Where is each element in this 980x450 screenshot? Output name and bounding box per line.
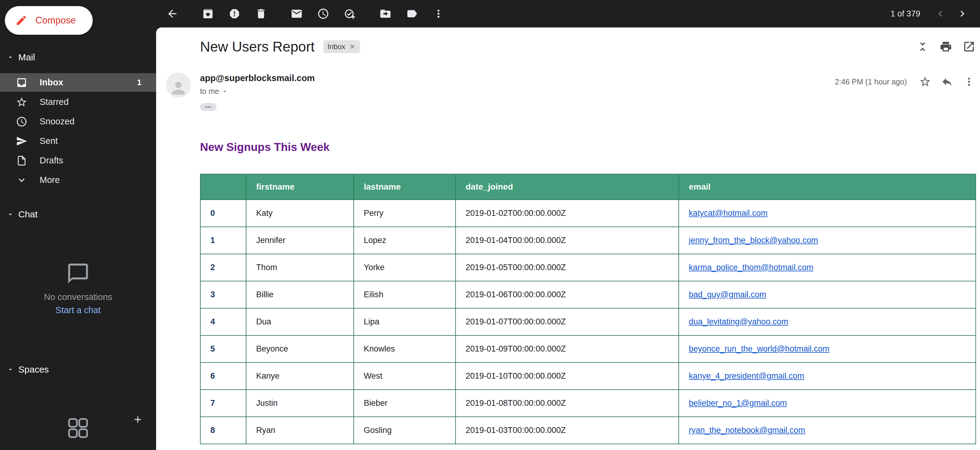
mail-section-label: Mail (18, 52, 35, 62)
label-chip[interactable]: Inbox (323, 40, 360, 53)
chevron-left-icon (934, 8, 947, 20)
sidebar-item-sent[interactable]: Sent (0, 132, 156, 150)
header-email: email (679, 174, 976, 200)
back-button[interactable] (164, 5, 181, 22)
caret-down-icon (7, 366, 14, 373)
label-chip-text: Inbox (328, 42, 345, 51)
cell-date-joined: 2019-01-03T00:00:00.000Z (455, 417, 679, 444)
add-to-tasks-button[interactable] (341, 5, 358, 22)
row-index: 1 (200, 227, 246, 254)
email-link[interactable]: belieber_no_1@gmail.com (689, 399, 787, 408)
snooze-button[interactable] (315, 5, 332, 22)
header-date-joined: date_joined (455, 174, 679, 200)
header-lastname: lastname (354, 174, 455, 200)
email-link[interactable]: bad_guy@gmail.com (689, 290, 766, 299)
sidebar-item-label: Sent (40, 136, 58, 146)
cell-lastname: Yorke (354, 254, 455, 281)
send-icon (16, 135, 27, 147)
email-link[interactable]: ryan_the_notebook@gmail.com (689, 426, 805, 435)
table-row: 0 Katy Perry 2019-01-02T00:00:00.000Z ka… (200, 200, 976, 227)
caret-down-icon (7, 54, 14, 61)
compose-label: Compose (35, 15, 76, 26)
cell-email: kanye_4_president@gmail.com (679, 363, 976, 390)
cell-date-joined: 2019-01-08T00:00:00.000Z (455, 390, 679, 417)
labels-button[interactable] (403, 5, 420, 22)
email-link[interactable]: beyonce_run_the_world@hotmail.com (689, 344, 829, 353)
more-horiz-icon (204, 103, 213, 111)
star-button[interactable] (918, 75, 932, 89)
star-icon (16, 96, 27, 108)
reply-button[interactable] (940, 75, 955, 89)
gmail-app: 1 of 379 Compose Mail Inbox 1 (0, 0, 980, 450)
archive-button[interactable] (199, 5, 216, 22)
draft-icon (16, 155, 27, 167)
trash-icon (255, 8, 267, 20)
cell-date-joined: 2019-01-05T00:00:00.000Z (455, 254, 679, 281)
mark-unread-button[interactable] (288, 5, 305, 22)
pencil-icon (15, 14, 27, 27)
collapse-all-button[interactable] (915, 39, 930, 54)
mail-section-header[interactable]: Mail (0, 48, 156, 67)
folder-move-icon (379, 8, 391, 20)
avatar (166, 73, 191, 97)
email-body-heading: New Signups This Week (200, 141, 329, 154)
sidebar-item-snoozed[interactable]: Snoozed (0, 112, 156, 131)
table-row: 7 Justin Bieber 2019-01-08T00:00:00.000Z… (200, 390, 976, 417)
sidebar-item-drafts[interactable]: Drafts (0, 151, 156, 170)
compose-button[interactable]: Compose (5, 6, 93, 35)
cell-date-joined: 2019-01-09T00:00:00.000Z (455, 336, 679, 363)
person-icon (169, 79, 188, 97)
move-to-button[interactable] (377, 5, 394, 22)
open-in-new-button[interactable] (962, 39, 976, 54)
email-link[interactable]: katycat@hotmail.com (689, 208, 768, 218)
row-index: 5 (200, 336, 246, 363)
sidebar-item-label: Inbox (40, 78, 63, 87)
sender-address: app@superblocksmail.com (200, 73, 315, 83)
sidebar-item-label: More (40, 175, 60, 185)
email-view: New Users Report Inbox (156, 27, 980, 450)
email-link[interactable]: kanye_4_president@gmail.com (689, 371, 804, 380)
sidebar-item-more[interactable]: More (0, 171, 156, 189)
email-meta-actions: 2:46 PM (1 hour ago) (835, 75, 976, 89)
chat-section-header[interactable]: Chat (0, 205, 156, 223)
newer-button[interactable] (932, 5, 949, 22)
table-row: 1 Jennifer Lopez 2019-01-04T00:00:00.000… (200, 227, 976, 254)
cell-email: katycat@hotmail.com (679, 200, 976, 227)
back-arrow-icon (166, 8, 178, 20)
chevron-down-icon (16, 174, 27, 186)
cell-email: karma_police_thom@hotmail.com (679, 254, 976, 281)
star-outline-icon (919, 76, 931, 88)
table-row: 6 Kanye West 2019-01-10T00:00:00.000Z ka… (200, 363, 976, 390)
close-icon[interactable] (349, 43, 356, 50)
sidebar-item-inbox[interactable]: Inbox 1 (0, 73, 156, 92)
more-vert-icon (433, 8, 445, 20)
email-link[interactable]: dua_levitating@yahoo.com (689, 317, 788, 326)
spaces-section-header[interactable]: Spaces (0, 360, 156, 378)
inbox-icon (16, 77, 27, 88)
report-spam-button[interactable] (226, 5, 243, 22)
cell-lastname: West (354, 363, 455, 390)
clock-icon (317, 8, 329, 20)
message-more-button[interactable] (962, 75, 976, 89)
show-trimmed-content-button[interactable] (200, 103, 216, 111)
recipient-dropdown[interactable]: to me (200, 87, 315, 96)
cell-email: bad_guy@gmail.com (679, 281, 976, 308)
sidebar-item-starred[interactable]: Starred (0, 93, 156, 111)
email-link[interactable]: karma_police_thom@hotmail.com (689, 263, 813, 272)
email-link[interactable]: jenny_from_the_block@yahoo.com (689, 236, 818, 245)
cell-firstname: Katy (246, 200, 354, 227)
start-chat-link[interactable]: Start a chat (56, 305, 100, 315)
cell-firstname: Jennifer (246, 227, 354, 254)
cell-lastname: Bieber (354, 390, 455, 417)
unread-count-badge: 1 (137, 78, 142, 87)
spaces-section-label: Spaces (18, 364, 49, 375)
older-button[interactable] (954, 5, 971, 22)
cell-date-joined: 2019-01-04T00:00:00.000Z (455, 227, 679, 254)
cell-lastname: Gosling (354, 417, 455, 444)
email-timestamp: 2:46 PM (1 hour ago) (835, 78, 907, 86)
cell-firstname: Billie (246, 281, 354, 308)
chat-empty-message: No conversations (0, 292, 156, 302)
delete-button[interactable] (253, 5, 270, 22)
print-button[interactable] (939, 39, 953, 54)
more-options-button[interactable] (430, 5, 447, 22)
